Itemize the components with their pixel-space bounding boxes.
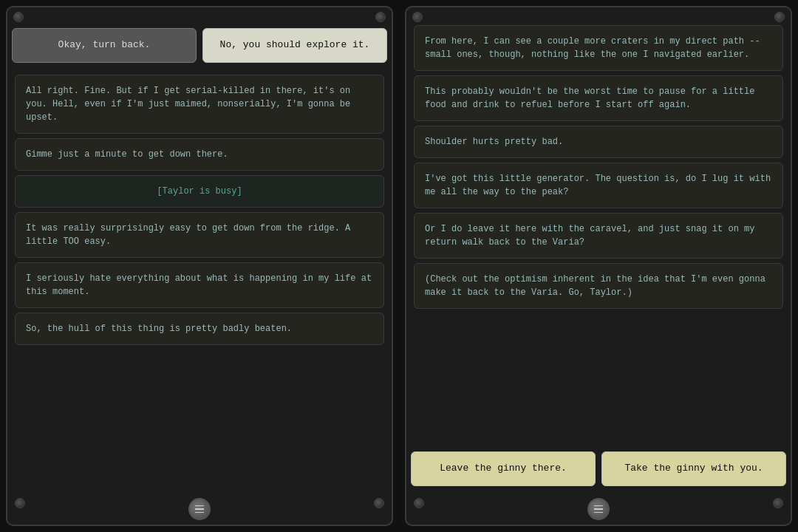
right-message-4: I've got this little generator. The ques…: [414, 163, 783, 208]
menu-line-3: [195, 512, 204, 514]
right-message-6: (Check out the optimism inherent in the …: [414, 263, 783, 309]
left-message-4: It was really surprisingly easy to get d…: [15, 212, 384, 258]
right-message-1: From here, I can see a couple more crate…: [414, 25, 783, 71]
left-top-corners: [7, 7, 392, 22]
left-message-6: So, the hull of this thing is pretty bad…: [15, 313, 384, 345]
right-menu-line-2: [594, 508, 603, 510]
left-message-3-status: [Taylor is busy]: [15, 175, 384, 208]
right-choices: Leave the ginny there. Take the ginny wi…: [406, 446, 791, 495]
right-bottom-right-screw: [773, 498, 783, 508]
leave-ginny-button[interactable]: Leave the ginny there.: [411, 451, 596, 486]
top-left-screw: [13, 12, 24, 22]
right-message-3: Shoulder hurts pretty bad.: [414, 126, 783, 158]
right-bottom-corners: [406, 495, 791, 525]
left-choices: Okay, turn back. No, you should explore …: [7, 22, 392, 72]
right-menu-line-1: [594, 505, 603, 507]
menu-line-1: [195, 505, 204, 507]
left-menu-icon[interactable]: [188, 498, 211, 520]
left-message-1: All right. Fine. But if I get serial-kil…: [15, 75, 384, 134]
right-messages: From here, I can see a couple more crate…: [406, 22, 791, 446]
explore-button[interactable]: No, you should explore it.: [202, 28, 387, 63]
right-message-5: Or I do leave it here with the caravel, …: [414, 213, 783, 259]
left-panel: Okay, turn back. No, you should explore …: [6, 6, 393, 526]
right-top-corners: [406, 7, 791, 22]
right-top-left-screw: [412, 12, 423, 22]
left-message-2: Gimme just a minute to get down there.: [15, 138, 384, 171]
right-panel: From here, I can see a couple more crate…: [405, 6, 792, 526]
top-right-screw: [375, 12, 386, 22]
left-bottom-corners: [7, 495, 392, 525]
left-messages: All right. Fine. But if I get serial-kil…: [7, 72, 392, 495]
left-message-5: I seriously hate everything about what i…: [15, 262, 384, 308]
right-message-2: This probably wouldn't be the worst time…: [414, 75, 783, 121]
bottom-left-screw: [15, 498, 25, 508]
right-menu-icon[interactable]: [587, 498, 610, 520]
bottom-right-screw: [374, 498, 384, 508]
take-ginny-button[interactable]: Take the ginny with you.: [601, 451, 786, 486]
right-top-right-screw: [774, 12, 785, 22]
right-bottom-left-screw: [414, 498, 424, 508]
right-menu-line-3: [594, 512, 603, 514]
menu-line-2: [195, 508, 204, 510]
turn-back-button[interactable]: Okay, turn back.: [12, 28, 197, 63]
